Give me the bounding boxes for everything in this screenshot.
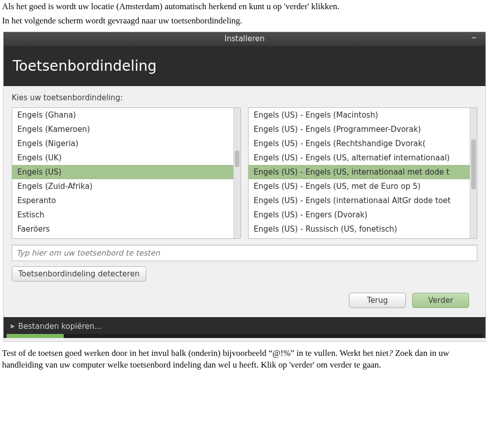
variant-item[interactable]: Engels (US) - Engers (Dvorak) bbox=[249, 208, 477, 222]
language-item[interactable]: Esperanto bbox=[12, 193, 240, 208]
language-item[interactable]: Faeröers bbox=[12, 222, 240, 236]
language-item[interactable]: Engels (Ghana) bbox=[12, 108, 240, 122]
disclosure-caret-icon[interactable]: ▶ bbox=[11, 323, 15, 329]
installer-footer: ▶ Bestanden kopiëren... bbox=[4, 317, 485, 338]
doc-paragraph-2: In het volgende scherm wordt gevraagd na… bbox=[2, 15, 487, 27]
variant-item[interactable]: Engels (US) - Engels (US, met de Euro op… bbox=[249, 179, 477, 193]
language-item[interactable]: Engels (UK) bbox=[12, 151, 240, 165]
variant-listbox[interactable]: Engels (US) - Engels (Macintosh)Engels (… bbox=[248, 107, 477, 239]
window-title: Installeren bbox=[225, 34, 265, 43]
keyboard-test-input[interactable] bbox=[12, 245, 477, 261]
variant-item[interactable]: Engels (US) - Engels (US, alternatief in… bbox=[249, 151, 477, 165]
variant-item[interactable]: Engels (US) - Engels (Rechtshandige Dvor… bbox=[249, 136, 477, 151]
variant-item[interactable]: Engels (US) - Russisch (US, fonetisch) bbox=[249, 222, 477, 236]
page-title: Toetsenbordindeling bbox=[13, 58, 157, 74]
scrollbar-thumb-left[interactable] bbox=[235, 151, 239, 167]
keyboard-prompt: Kies uw toetsenbordindeling: bbox=[12, 93, 477, 102]
installer-header: Toetsenbordindeling bbox=[4, 46, 485, 86]
footer-status: Bestanden kopiëren... bbox=[18, 322, 101, 331]
language-item[interactable]: Engels (Zuid-Afrika) bbox=[12, 179, 240, 193]
window-titlebar[interactable]: Installeren – bbox=[4, 32, 485, 46]
language-item[interactable]: Estisch bbox=[12, 208, 240, 222]
scrollbar-track-right[interactable] bbox=[470, 108, 477, 238]
doc-paragraph-3: Test of de toetsen goed werken door in h… bbox=[2, 348, 487, 371]
detect-layout-button[interactable]: Toetsenbordindeling detecteren bbox=[12, 266, 146, 282]
back-button[interactable]: Terug bbox=[349, 293, 406, 308]
variant-item[interactable]: Engels (US) - Engels (internationaal Alt… bbox=[249, 193, 477, 208]
scrollbar-track-left[interactable] bbox=[233, 108, 240, 238]
language-item[interactable]: Engels (Kameroen) bbox=[12, 122, 240, 136]
progress-fill bbox=[7, 334, 64, 338]
variant-item[interactable]: Engels (US) - Engels (Programmeer-Dvorak… bbox=[249, 122, 477, 136]
variant-item[interactable]: Engels (US) - Engels (Macintosh) bbox=[249, 108, 477, 122]
forward-button[interactable]: Verder bbox=[412, 293, 469, 308]
doc-paragraph-1: Als het goed is wordt uw locatie (Amster… bbox=[2, 1, 487, 13]
progress-bar bbox=[7, 334, 482, 338]
language-listbox[interactable]: Engels (Ghana)Engels (Kameroen)Engels (N… bbox=[12, 107, 241, 239]
language-item[interactable]: Engels (US) bbox=[12, 165, 240, 179]
variant-item[interactable]: Engels (US) - Engels (US, internationaal… bbox=[249, 165, 477, 179]
scrollbar-thumb-right[interactable] bbox=[471, 139, 476, 189]
installer-window: Installeren – Toetsenbordindeling Kies u… bbox=[3, 32, 486, 342]
minimize-button[interactable]: – bbox=[471, 34, 481, 44]
language-item[interactable]: Engels (Nigeria) bbox=[12, 136, 240, 151]
